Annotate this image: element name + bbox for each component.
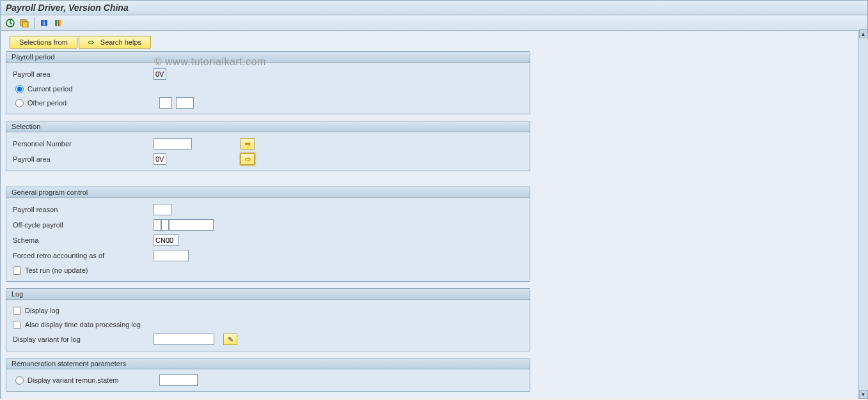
display-log-label: Display log: [25, 307, 59, 314]
current-period-radio[interactable]: [15, 85, 24, 93]
display-variant-log-input[interactable]: [154, 334, 214, 345]
selection-payroll-area-label: Payroll area: [13, 155, 154, 163]
off-cycle-input-3[interactable]: [169, 219, 214, 231]
selections-from-label: Selections from: [19, 38, 68, 46]
group-title-general: General program control: [6, 187, 530, 198]
payroll-area-label: Payroll area: [13, 70, 154, 78]
svg-text:i: i: [43, 20, 45, 27]
personnel-number-label: Personnel Number: [13, 140, 154, 148]
pencil-icon: ✎: [228, 335, 233, 344]
also-display-time-label: Also display time data processing log: [25, 321, 141, 328]
search-helps-button[interactable]: ⇨ Search helps: [79, 36, 151, 49]
svg-rect-7: [60, 20, 61, 26]
group-general-program-control: General program control Payroll reason O…: [6, 187, 530, 282]
edit-variant-button[interactable]: ✎: [223, 334, 237, 345]
off-cycle-label: Off-cycle payroll: [13, 221, 154, 229]
arrow-right-icon: ⇨: [245, 140, 251, 148]
other-period-input-2[interactable]: [176, 97, 194, 109]
off-cycle-input-2[interactable]: [161, 219, 169, 231]
forced-retro-label: Forced retro.accounting as of: [13, 252, 154, 259]
forced-retro-input[interactable]: [154, 250, 189, 261]
scroll-up-button[interactable]: ▲: [859, 29, 868, 38]
display-variant-remun-radio[interactable]: [15, 376, 24, 385]
execute-icon[interactable]: [4, 17, 16, 29]
personnel-number-input[interactable]: [154, 138, 192, 150]
personnel-number-multi-button[interactable]: ⇨: [241, 138, 255, 150]
test-run-label: Test run (no update): [25, 266, 88, 274]
payroll-reason-label: Payroll reason: [13, 206, 154, 213]
payroll-area-input[interactable]: [154, 68, 166, 80]
schema-input[interactable]: [154, 235, 179, 246]
selection-payroll-area-input[interactable]: [154, 153, 166, 165]
application-toolbar: i: [1, 15, 867, 31]
info-icon[interactable]: i: [38, 17, 50, 29]
group-title-remuneration: Remuneration statement parameters: [6, 358, 530, 369]
svg-rect-6: [58, 20, 59, 26]
current-period-label: Current period: [28, 85, 72, 93]
display-log-checkbox[interactable]: [13, 307, 21, 315]
search-helps-label: Search helps: [100, 38, 141, 46]
arrow-right-icon: ⇨: [88, 38, 94, 47]
selections-from-button[interactable]: Selections from: [10, 36, 77, 49]
display-variant-log-label: Display variant for log: [13, 335, 154, 343]
display-variant-remun-input[interactable]: [159, 374, 198, 386]
off-cycle-input-1[interactable]: [154, 219, 161, 231]
other-period-radio[interactable]: [15, 99, 24, 107]
other-period-input-1[interactable]: [159, 97, 172, 109]
test-run-checkbox[interactable]: [13, 266, 21, 275]
variant-icon[interactable]: [19, 17, 30, 29]
other-period-label: Other period: [28, 99, 155, 107]
group-title-log: Log: [6, 289, 530, 300]
vertical-scrollbar[interactable]: ▲ ▼: [858, 29, 868, 399]
svg-rect-5: [55, 20, 57, 26]
arrow-right-icon: ⇨: [245, 155, 251, 164]
toolbar-separator: [34, 17, 35, 29]
page-title: Payroll Driver, Version China: [1, 1, 867, 15]
payroll-reason-input[interactable]: [154, 204, 171, 215]
group-log: Log Display log Also display time data p…: [6, 288, 530, 351]
display-variant-remun-label: Display variant remun.statem: [28, 376, 155, 384]
group-title-payroll-period: Payroll period: [6, 52, 530, 63]
group-selection: Selection Personnel Number ⇨ Payroll are…: [6, 121, 530, 171]
selection-payroll-area-multi-button[interactable]: ⇨: [241, 153, 255, 165]
group-title-selection: Selection: [6, 121, 530, 132]
also-display-time-checkbox[interactable]: [13, 321, 21, 329]
svg-rect-2: [22, 22, 28, 27]
group-payroll-period: Payroll period Payroll area Current peri…: [6, 51, 530, 114]
scroll-down-button[interactable]: ▼: [859, 390, 868, 399]
schema-label: Schema: [13, 236, 154, 244]
columns-icon[interactable]: [52, 17, 64, 29]
group-remuneration: Remuneration statement parameters Displa…: [6, 358, 530, 392]
